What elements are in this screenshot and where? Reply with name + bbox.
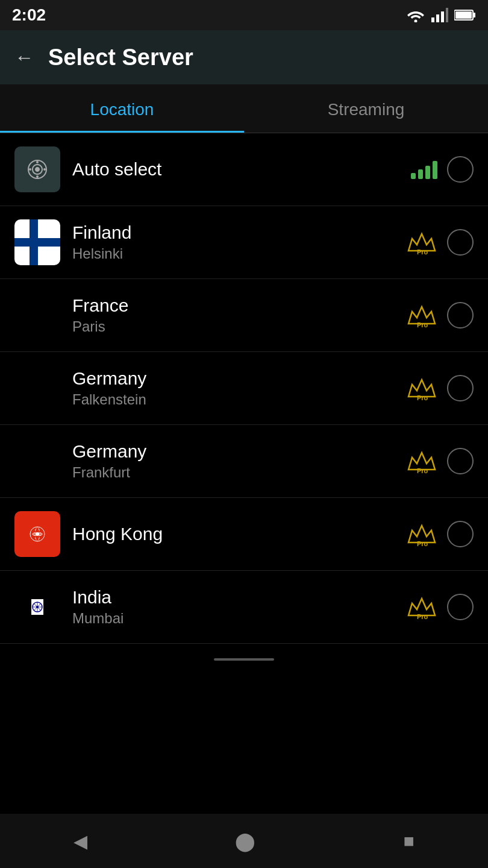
server-actions: Pro (406, 375, 474, 401)
svg-rect-7 (455, 11, 472, 19)
svg-point-17 (36, 532, 39, 536)
svg-text:Pro: Pro (417, 248, 428, 256)
server-actions: Pro (406, 521, 474, 547)
server-info: Hong Kong (72, 524, 406, 544)
radio-button[interactable] (447, 375, 474, 401)
wifi-icon (406, 8, 425, 22)
server-info: Germany Frankfurt (72, 441, 406, 481)
radio-button[interactable] (447, 521, 474, 547)
nav-home-button[interactable]: ⬤ (235, 831, 255, 852)
flag-white-stripe (31, 599, 43, 614)
server-name: India (72, 587, 406, 608)
svg-text:Pro: Pro (417, 613, 428, 620)
radio-button[interactable] (447, 229, 474, 256)
radio-button[interactable] (447, 594, 474, 620)
svg-rect-2 (436, 14, 439, 22)
server-name: Hong Kong (72, 524, 406, 544)
server-info: Finland Helsinki (72, 222, 406, 262)
list-item[interactable]: France Paris Pro (0, 279, 488, 352)
server-actions (411, 156, 474, 183)
server-city: Helsinki (72, 245, 406, 262)
server-info: France Paris (72, 295, 406, 335)
flag-india (14, 584, 60, 630)
server-actions: Pro (406, 594, 474, 620)
server-name: Germany (72, 368, 406, 389)
svg-point-10 (36, 175, 39, 178)
auto-select-icon (14, 146, 60, 192)
svg-text:Pro: Pro (417, 321, 428, 329)
signal-bar-3 (425, 166, 430, 179)
list-item[interactable]: Germany Falkenstein Pro (0, 352, 488, 425)
radio-button[interactable] (447, 156, 474, 183)
server-city: Falkenstein (72, 391, 406, 408)
bottom-navigation: ◀ ⬤ ■ (0, 814, 488, 868)
server-info: Germany Falkenstein (72, 368, 406, 408)
server-info: India Mumbai (72, 587, 406, 627)
signal-bar-2 (418, 169, 423, 179)
list-item[interactable]: Germany Frankfurt Pro (0, 425, 488, 498)
radio-button[interactable] (447, 302, 474, 329)
svg-text:Pro: Pro (417, 394, 428, 401)
server-name: France (72, 295, 406, 316)
server-name: Auto select (72, 159, 411, 180)
tab-streaming[interactable]: Streaming (244, 84, 488, 133)
list-item[interactable]: Auto select (0, 133, 488, 206)
header: ← Select Server (0, 30, 488, 84)
flag-germany (14, 365, 60, 411)
server-list: Auto select Finland Helsinki Pro (0, 133, 488, 644)
server-city: Frankfurt (72, 464, 406, 481)
signal-bars (411, 160, 437, 179)
svg-point-9 (43, 168, 46, 171)
server-actions: Pro (406, 448, 474, 474)
list-item[interactable]: Finland Helsinki Pro (0, 206, 488, 279)
server-city: Mumbai (72, 610, 406, 627)
list-item[interactable]: India Mumbai Pro (0, 571, 488, 644)
signal-bar-4 (433, 161, 437, 179)
server-actions: Pro (406, 302, 474, 329)
battery-icon (454, 9, 476, 21)
server-name: Finland (72, 222, 406, 243)
pro-badge-icon: Pro (406, 521, 437, 547)
svg-text:Pro: Pro (417, 467, 428, 474)
server-city: Paris (72, 318, 406, 335)
pro-badge-icon: Pro (406, 594, 437, 620)
page-title: Select Server (48, 45, 193, 71)
scroll-indicator-area (0, 644, 488, 675)
svg-rect-1 (431, 17, 434, 22)
pro-badge-icon: Pro (406, 375, 437, 401)
nav-recents-button[interactable]: ■ (403, 831, 414, 851)
server-actions: Pro (406, 229, 474, 256)
svg-rect-6 (473, 13, 475, 17)
server-info: Auto select (72, 159, 411, 180)
svg-rect-3 (441, 11, 444, 22)
scroll-indicator (214, 658, 274, 661)
flag-germany (14, 438, 60, 484)
signal-bar-1 (411, 173, 416, 179)
svg-text:Pro: Pro (417, 540, 428, 547)
status-bar: 2:02 (0, 0, 488, 30)
flag-finland (14, 219, 60, 265)
nav-back-button[interactable]: ◀ (74, 831, 87, 852)
svg-rect-4 (446, 8, 448, 22)
svg-point-8 (36, 161, 39, 163)
radio-button[interactable] (447, 448, 474, 474)
flag-hongkong (14, 511, 60, 557)
pro-badge-icon: Pro (406, 448, 437, 474)
svg-point-11 (29, 168, 31, 171)
back-button[interactable]: ← (14, 46, 34, 69)
tab-location[interactable]: Location (0, 84, 244, 133)
svg-point-0 (414, 20, 418, 23)
flag-france (14, 292, 60, 338)
list-item[interactable]: Hong Kong Pro (0, 498, 488, 571)
pro-badge-icon: Pro (406, 302, 437, 329)
status-icons (406, 8, 476, 22)
signal-strength-icon (431, 8, 448, 22)
server-name: Germany (72, 441, 406, 462)
status-time: 2:02 (12, 5, 46, 25)
pro-badge-icon: Pro (406, 229, 437, 256)
tabs-container: Location Streaming (0, 84, 488, 133)
